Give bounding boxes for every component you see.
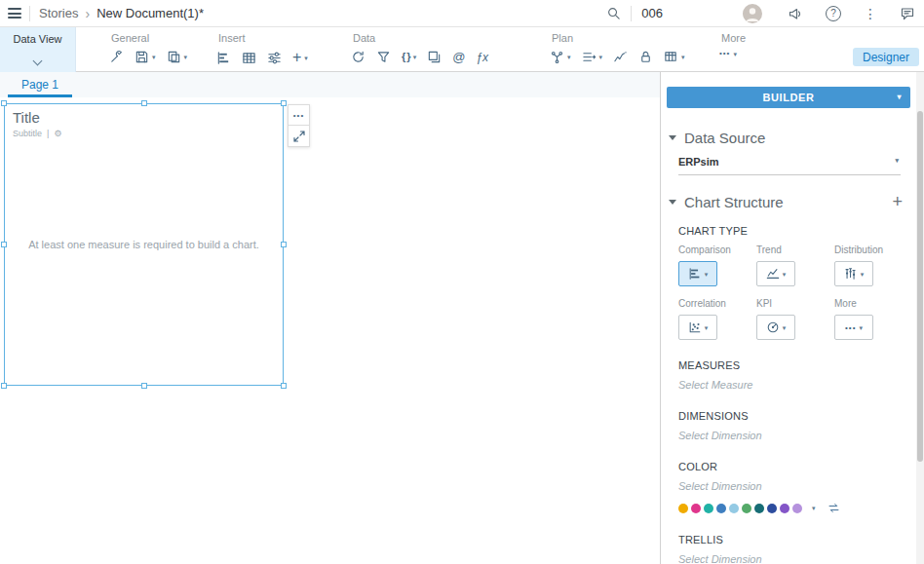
page-tab-bar: Page 1: [0, 72, 660, 97]
filter-icon[interactable]: [376, 50, 391, 64]
measures-placeholder[interactable]: Select Measure: [678, 379, 916, 391]
version-management-icon[interactable]: ▾: [550, 50, 571, 64]
insert-chart-icon[interactable]: [216, 51, 231, 65]
color-placeholder[interactable]: Select Dimension: [678, 480, 916, 492]
mention-icon[interactable]: @: [452, 51, 465, 63]
formula-braces-icon[interactable]: { } ▾: [402, 52, 416, 62]
toolbar-group-plan: Plan ▾ ▾ ▾: [550, 32, 685, 64]
chart-type-cell: Correlation ▾: [678, 298, 756, 340]
chart-type-more-button[interactable]: ••• ▾: [834, 315, 873, 340]
chart-type-trend-button[interactable]: ▾: [756, 261, 795, 286]
chevron-down-icon: ▾: [895, 157, 899, 164]
data-source-heading: Data Source: [684, 130, 765, 146]
resize-handle[interactable]: [1, 383, 7, 389]
palette-swatch: [792, 504, 802, 513]
insert-table-icon[interactable]: [242, 51, 256, 65]
more-options-icon[interactable]: ⋮: [864, 7, 877, 20]
breadcrumb-separator: ›: [85, 7, 90, 20]
save-icon[interactable]: ▾: [135, 50, 156, 64]
resize-handle[interactable]: [281, 242, 287, 247]
insert-input-control-icon[interactable]: [267, 51, 282, 65]
add-chart-structure-icon[interactable]: +: [892, 193, 903, 210]
data-source-select[interactable]: ERPsim ▾: [678, 156, 901, 175]
swap-palette-icon[interactable]: [828, 502, 840, 514]
toolbar: Data View General ▾ ▾ Insert: [0, 27, 924, 72]
data-source-value: ERPsim: [678, 156, 719, 168]
palette-swatch: [704, 504, 713, 513]
refresh-icon[interactable]: [351, 50, 366, 64]
group-label: General: [109, 32, 187, 44]
fx-glyph: ƒx: [476, 52, 488, 63]
breadcrumb-stories-link[interactable]: Stories: [39, 6, 78, 20]
chart-type-cell: More ••• ▾: [834, 298, 912, 340]
planning-grid-icon[interactable]: ▾: [664, 50, 685, 64]
toolbar-more-icon[interactable]: ••• ▾: [719, 50, 737, 57]
chart-widget[interactable]: Title Subtitle | ⚙ At least one measure …: [4, 103, 284, 386]
palette-dropdown-icon[interactable]: ▾: [812, 505, 816, 511]
dropdown-arrow-icon: ▾: [783, 324, 787, 331]
chart-type-cell: KPI ▾: [756, 298, 834, 340]
tab-page-1[interactable]: Page 1: [8, 72, 72, 97]
resize-handle[interactable]: [1, 100, 7, 106]
dropdown-arrow-icon: ▾: [152, 54, 156, 60]
chart-type-cell: Distribution ▾: [834, 244, 912, 286]
gear-icon[interactable]: ⚙: [54, 129, 61, 138]
help-icon[interactable]: ?: [826, 6, 841, 21]
app-window: Stories › New Document(1)* 006 ? ⋮: [0, 0, 924, 564]
toolbar-group-more: More ••• ▾: [719, 32, 746, 57]
chart-type-option-label: Distribution: [834, 244, 912, 255]
resize-handle[interactable]: [1, 242, 7, 247]
scrollbar-thumb[interactable]: [917, 111, 923, 462]
chart-type-option-label: Correlation: [678, 298, 756, 309]
designer-button[interactable]: Designer: [853, 48, 919, 66]
braces-glyph: { }: [402, 52, 410, 62]
section-chart-structure[interactable]: Chart Structure +: [669, 193, 903, 210]
calculation-fx-icon[interactable]: ƒx: [476, 52, 488, 63]
resize-handle[interactable]: [281, 100, 287, 106]
panel-scrollbar: [916, 72, 924, 564]
dropdown-arrow-icon: ▾: [567, 54, 571, 60]
ellipsis-glyph: •••: [719, 50, 730, 57]
toolbar-group-insert: Insert + ▾: [216, 32, 308, 65]
paste-icon[interactable]: ▾: [167, 50, 188, 64]
announcement-icon[interactable]: [788, 6, 803, 21]
palette-swatch: [716, 504, 726, 513]
section-data-source[interactable]: Data Source: [669, 130, 903, 146]
avatar[interactable]: [743, 4, 762, 23]
palette-swatch: [678, 504, 688, 513]
story-canvas[interactable]: Title Subtitle | ⚙ At least one measure …: [0, 97, 660, 564]
discussion-icon[interactable]: [900, 6, 915, 21]
toolbar-group-general: General ▾ ▾: [109, 32, 187, 64]
forecast-icon[interactable]: [613, 50, 628, 64]
chevron-down-icon: [33, 56, 43, 66]
chart-type-comparison-button[interactable]: ▾: [678, 261, 717, 286]
hamburger-menu-icon[interactable]: [0, 0, 29, 27]
palette-swatch: [767, 504, 777, 513]
expand-icon[interactable]: [288, 126, 310, 147]
trellis-placeholder[interactable]: Select Dimension: [678, 553, 916, 564]
duplicate-icon[interactable]: [427, 50, 442, 64]
dimensions-placeholder[interactable]: Select Dimension: [678, 430, 916, 441]
topbar-actions: 006 ? ⋮: [606, 4, 924, 23]
resize-handle[interactable]: [141, 383, 147, 389]
chart-type-correlation-button[interactable]: ▾: [678, 315, 717, 340]
search-icon[interactable]: [606, 6, 621, 20]
widget-more-icon[interactable]: •••: [288, 104, 310, 126]
subtitle-divider: |: [47, 129, 49, 138]
insert-more-icon[interactable]: + ▾: [292, 50, 308, 65]
lock-icon[interactable]: [638, 50, 653, 64]
tab-data-view[interactable]: Data View: [0, 27, 76, 72]
dimensions-label: DIMENSIONS: [678, 410, 916, 422]
at-glyph: @: [452, 51, 465, 63]
styling-wrench-icon[interactable]: [109, 50, 124, 64]
chart-type-kpi-button[interactable]: ▾: [756, 315, 795, 340]
chart-type-distribution-button[interactable]: ▾: [834, 261, 873, 286]
top-bar: Stories › New Document(1)* 006 ? ⋮: [0, 0, 924, 27]
group-label: Plan: [550, 32, 685, 44]
builder-header-button[interactable]: BUILDER ▾: [667, 87, 910, 108]
group-label: Insert: [216, 32, 308, 44]
resize-handle[interactable]: [141, 100, 147, 106]
chart-type-label: CHART TYPE: [678, 225, 916, 237]
allocation-icon[interactable]: ▾: [582, 50, 603, 64]
resize-handle[interactable]: [281, 383, 287, 389]
